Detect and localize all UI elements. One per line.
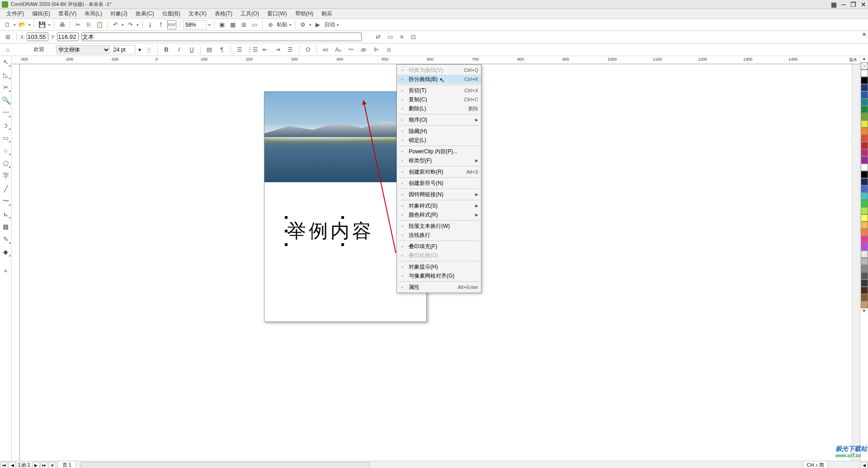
ctx-item[interactable]: ▫PowerClip 内部(P)... — [397, 147, 481, 156]
color-swatch[interactable] — [861, 193, 868, 200]
new-icon[interactable]: 🗋 — [3, 20, 12, 29]
font-select[interactable]: 华文楷体 — [56, 45, 110, 54]
y-input[interactable] — [57, 33, 79, 41]
menu-tools[interactable]: 工具(O) — [237, 9, 263, 19]
bold-icon[interactable]: B — [161, 45, 171, 54]
eyedropper-tool[interactable]: ✎ — [1, 234, 11, 244]
menu-edit[interactable]: 编辑(E) — [28, 9, 54, 19]
ctx-item[interactable]: ▫剪切(T)Ctrl+X — [397, 86, 481, 95]
maximize-button[interactable]: ❐ — [850, 1, 856, 8]
rectangle-tool[interactable]: ▭ — [1, 133, 11, 143]
home-icon[interactable]: ⌂ — [3, 45, 13, 54]
align-icon[interactable]: ≡ — [397, 33, 407, 42]
ctx-item[interactable]: ▫框类型(F)▶ — [397, 156, 481, 165]
color-swatch[interactable] — [861, 272, 868, 279]
ctx-item[interactable]: ▫因特网链接(N)▶ — [397, 190, 481, 199]
color-swatch[interactable] — [861, 251, 868, 258]
menu-bitmap[interactable]: 位图(B) — [159, 9, 184, 19]
minimize-button[interactable]: ─ — [841, 1, 846, 8]
color-swatch[interactable] — [861, 265, 868, 272]
color-swatch[interactable] — [861, 128, 868, 135]
ctx-item[interactable]: ▫与像素网格对齐(G) — [397, 271, 481, 280]
ctx-item[interactable]: ▫对象样式(S)▶ — [397, 201, 481, 210]
cut-icon[interactable]: ✂ — [73, 20, 82, 29]
align-right-icon[interactable]: ▤ — [204, 45, 214, 54]
pdf-icon[interactable]: PDF — [167, 20, 176, 29]
expand-button[interactable]: ◀ — [860, 462, 868, 468]
menu-help[interactable]: 帮助(H) — [292, 9, 317, 19]
ligature-icon[interactable]: æ — [359, 45, 368, 54]
ctx-item[interactable]: ▫拆分曲线(B)Ctrl+K — [397, 75, 481, 84]
vertical-scrollbar[interactable] — [852, 64, 860, 461]
paste-label[interactable]: 粘贴 — [277, 21, 288, 28]
color-swatch[interactable] — [861, 207, 868, 214]
color-swatch[interactable] — [861, 171, 868, 178]
cloud-icon[interactable]: ▦ — [831, 1, 837, 8]
color-swatch[interactable] — [861, 200, 868, 207]
color-swatch[interactable] — [861, 229, 868, 236]
save-icon[interactable]: 💾 — [38, 20, 47, 29]
sample-text[interactable]: 举例内容 — [287, 218, 374, 244]
add-tool[interactable]: + — [1, 266, 11, 276]
shape-tool[interactable]: ◺ — [1, 70, 11, 80]
menu-layout[interactable]: 布局(L) — [81, 9, 106, 19]
bullet-icon[interactable]: ☰ — [235, 45, 245, 54]
color-swatch[interactable] — [861, 294, 868, 301]
launch-label[interactable]: 启动 — [324, 21, 335, 28]
snap-icon[interactable]: ⊕ — [266, 20, 275, 29]
menu-file[interactable]: 文件(F) — [3, 9, 28, 19]
color-swatch[interactable] — [861, 70, 868, 77]
crop-tool[interactable]: ✂ — [1, 82, 11, 92]
color-swatch[interactable] — [861, 77, 868, 84]
hscroll-track[interactable] — [80, 462, 370, 468]
redo-icon[interactable]: ↷ — [126, 20, 135, 29]
zoom-tool[interactable]: 🔍 — [1, 95, 11, 105]
subscript-icon[interactable]: Aₐ — [333, 45, 343, 54]
color-swatch[interactable] — [861, 84, 868, 91]
ctx-item[interactable]: ▫锁定(L) — [397, 136, 481, 145]
color-swatch[interactable] — [861, 99, 868, 106]
next-page-button[interactable]: ▶ — [33, 462, 40, 468]
ctx-item[interactable]: ▫隐藏(H) — [397, 127, 481, 136]
menu-window[interactable]: 窗口(W) — [264, 9, 290, 19]
ctx-item[interactable]: ▫属性Alt+Enter — [397, 283, 481, 292]
color-swatch[interactable] — [861, 106, 868, 113]
menu-table[interactable]: 表格(T) — [211, 9, 236, 19]
distribute-icon[interactable]: ▭ — [385, 33, 395, 42]
fullscreen-icon[interactable]: ▣ — [217, 20, 226, 29]
color-swatch[interactable] — [861, 178, 868, 185]
language-indicator[interactable]: CH ♪ 简 — [803, 461, 829, 468]
brush-tool[interactable]: 〜 — [1, 196, 11, 206]
columns-icon[interactable]: ⫼ — [384, 45, 394, 54]
canvas[interactable]: 举例内容 ▫转换为曲线(V)Ctrl+Q▫拆分曲线(B)Ctrl+K▫剪切(T)… — [20, 64, 860, 461]
fontsize-input[interactable] — [113, 45, 136, 54]
grid-small-icon[interactable]: ⊞ — [3, 33, 13, 42]
print-icon[interactable]: 🖶 — [57, 20, 66, 29]
ctx-item[interactable]: ▫叠印填充(F) — [397, 242, 481, 251]
color-swatch[interactable] — [861, 279, 868, 287]
justify-icon[interactable]: ☰ — [285, 45, 295, 54]
object-name-input[interactable] — [81, 33, 362, 41]
prop-icon[interactable]: ⊡ — [409, 33, 419, 42]
freehand-tool[interactable]: 〰 — [1, 108, 11, 118]
color-swatch[interactable] — [861, 185, 868, 193]
menu-view[interactable]: 查看(V) — [55, 9, 80, 19]
outdent-icon[interactable]: ⇥ — [273, 45, 283, 54]
export-icon[interactable]: ⭱ — [156, 20, 165, 29]
color-swatch[interactable] — [861, 243, 868, 251]
aa-icon[interactable]: A̲ — [144, 45, 154, 54]
color-swatch[interactable] — [861, 135, 868, 142]
ctx-item[interactable]: ▫创建新符号(N) — [397, 179, 481, 188]
direction-icon[interactable]: ¶ — [217, 45, 227, 54]
prev-page-button[interactable]: ◀ — [9, 462, 16, 468]
menu-text[interactable]: 文本(X) — [185, 9, 210, 19]
close-button[interactable]: ✕ — [861, 1, 866, 8]
color-swatch[interactable] — [861, 222, 868, 229]
color-swatch[interactable] — [861, 91, 868, 99]
import-icon[interactable]: ⭳ — [146, 20, 155, 29]
paste-icon[interactable]: 📋 — [95, 20, 104, 29]
fill-tool[interactable]: ◆ — [1, 247, 11, 257]
page-tab[interactable]: 页 1 — [57, 461, 76, 468]
options-icon[interactable]: ⚙ — [298, 20, 307, 29]
color-swatch[interactable] — [861, 120, 868, 128]
